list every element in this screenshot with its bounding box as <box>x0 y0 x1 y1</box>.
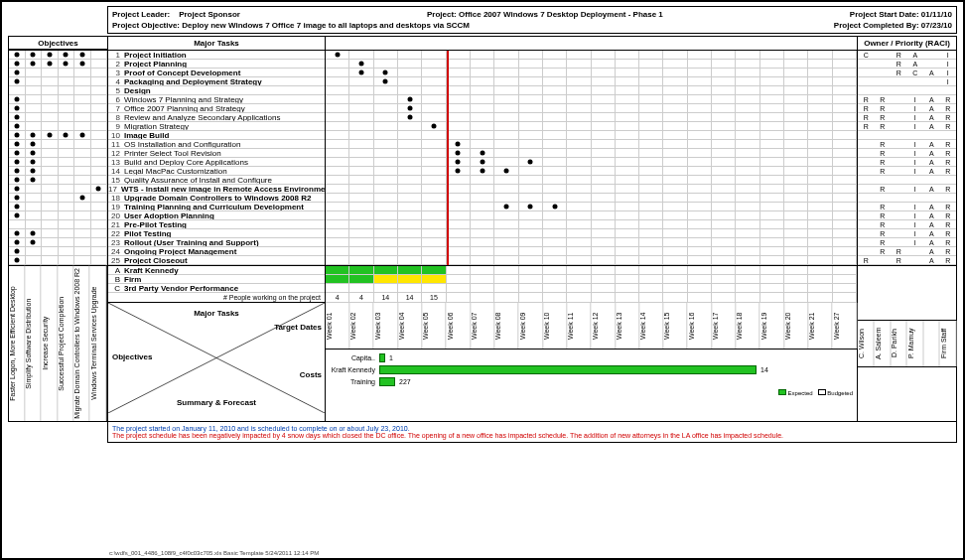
raci-row: RIAR <box>858 158 956 167</box>
raci-row: RRAR <box>858 256 956 265</box>
start-date: 01/11/10 <box>921 10 952 19</box>
project-header: Project Leader: Project Sponsor Project:… <box>107 6 957 34</box>
task-row: 11 OS Installation and Configuration <box>108 140 325 149</box>
week-label: Week 12 <box>592 303 616 349</box>
raci-row: RIAR <box>858 211 956 220</box>
week-label: Week 21 <box>808 303 832 349</box>
vertical-objective: Faster Logon, More Efficient Desktop <box>9 266 25 421</box>
raci-row <box>858 176 956 185</box>
raci-row: RRIAR <box>858 95 956 104</box>
week-label: Week 19 <box>760 303 784 349</box>
week-label: Week 20 <box>784 303 808 349</box>
week-label: Week 01 <box>326 303 349 349</box>
completed-label: Project Completed By: <box>834 21 919 30</box>
firm-row: BFirm <box>108 275 325 284</box>
raci-row: RIAR <box>858 229 956 238</box>
tri-costs: Costs <box>300 370 322 379</box>
task-row: 25Project Closeout <box>108 256 325 265</box>
triangle-box: Major Tasks Objectives Summary & Forecas… <box>108 302 325 413</box>
task-row: 21Pre-Pilot Testing <box>108 220 325 229</box>
owner-name: A. Saleem <box>875 321 892 366</box>
gantt-column <box>326 36 858 266</box>
raci-row <box>858 86 956 95</box>
task-row: 3Proof of Concept Development <box>108 69 325 77</box>
task-row: 1Project Initiation <box>108 51 325 60</box>
bottom-section: Faster Logon, More Efficient DesktopSimp… <box>8 266 957 422</box>
week-label: Week 06 <box>447 303 471 349</box>
objective-label: Project Objective: <box>112 21 180 30</box>
tasks-head: Major Tasks <box>108 37 325 51</box>
raci-row: RRIAR <box>858 122 956 131</box>
cost-row: Capita..1 <box>326 351 857 363</box>
owner-name: C. Wilson <box>858 321 875 366</box>
week-label: Week 04 <box>398 303 422 349</box>
week-label: Week 10 <box>543 303 567 349</box>
task-row: 6 Windows 7 Planning and Strategy <box>108 95 325 104</box>
week-label: Week 15 <box>663 303 687 349</box>
objectives-head: Objectives <box>9 37 107 50</box>
task-row: 2Project Planning <box>108 60 325 69</box>
owner-column: Owner / Priority (RACI) CRAIRAIRCAIIRRIA… <box>858 36 957 266</box>
task-row: 19Training Planning and Curriculum Devel… <box>108 203 325 211</box>
people-label: # People working on the project <box>108 293 325 302</box>
week-label: Week 18 <box>736 303 759 349</box>
tri-major: Major Tasks <box>108 309 325 318</box>
week-label: Week 14 <box>639 303 663 349</box>
owner-name: D. Parikh <box>891 321 907 366</box>
task-row: 10Image Build <box>108 131 325 140</box>
task-row: 24Ongoing Project Management <box>108 247 325 256</box>
right-block: 44141415 Week 01Week 02Week 03Week 04Wee… <box>326 266 858 422</box>
week-label: Week 08 <box>494 303 518 349</box>
footer-text: c:\wdfs_001_4486_108f9_c4f0c03c705.xls B… <box>109 550 319 556</box>
raci-row: RRIAR <box>858 113 956 122</box>
legend: Expected Budgeted <box>326 387 857 398</box>
main-grid: Objectives Major Tasks 1Project Initiati… <box>8 36 957 266</box>
firm-row: AKraft Kennedy <box>108 266 325 275</box>
week-label: Week 11 <box>567 303 591 349</box>
vertical-objective: Increase Security <box>42 266 58 421</box>
summary-line2: The project schedule has been negatively… <box>112 432 952 439</box>
week-label: Week 02 <box>349 303 373 349</box>
task-row: 18Upgrade Domain Controllers to Windows … <box>108 194 325 203</box>
tri-target: Target Dates <box>274 323 322 332</box>
owner-name <box>923 321 940 366</box>
raci-row: RIAR <box>858 167 956 176</box>
raci-row: RRIAR <box>858 104 956 113</box>
task-row: 17WTS - Install new image in Remote Acce… <box>108 185 325 194</box>
task-row: 22Pilot Testing <box>108 229 325 238</box>
week-label: Week 05 <box>422 303 446 349</box>
owner-head: Owner / Priority (RACI) <box>858 37 956 51</box>
raci-row <box>858 131 956 140</box>
raci-row: RCAI <box>858 69 956 77</box>
vertical-objective: Windows Terminal Services Upgrade <box>90 266 106 421</box>
owner-name: Firm Staff <box>940 321 957 366</box>
vertical-objectives: Faster Logon, More Efficient DesktopSimp… <box>8 266 107 422</box>
raci-row: RIAR <box>858 203 956 211</box>
raci-row: RIAR <box>858 238 956 247</box>
raci-row: RIAR <box>858 185 956 194</box>
summary-line1: The project started on January 11, 2010 … <box>112 425 952 432</box>
completed-date: 07/23/10 <box>921 21 952 30</box>
task-row: 5Design <box>108 86 325 95</box>
task-row: 14 Legal MacPac Customization <box>108 167 325 176</box>
task-row: 8 Review and Analyze Secondary Applicati… <box>108 113 325 122</box>
week-label: Week 27 <box>833 303 857 349</box>
vertical-objective: Migrate Domain Controllers to Windows 20… <box>73 266 89 421</box>
raci-row: RIAR <box>858 149 956 158</box>
mid-block: AKraft KennedyBFirmC3rd Party Vendor Per… <box>107 266 326 422</box>
vertical-objective: Simplify Software Distribution <box>25 266 41 421</box>
firm-row: C3rd Party Vendor Performance <box>108 284 325 293</box>
owner-block: C. WilsonA. SaleemD. ParikhP. MamuyFirm … <box>858 266 957 422</box>
project-label: Project: <box>427 10 457 19</box>
start-label: Project Start Date: <box>850 10 919 19</box>
task-row: 12 Printer Select Tool Revision <box>108 149 325 158</box>
week-label: Week 09 <box>519 303 543 349</box>
task-row: 7 Office 2007 Planning and Strategy <box>108 104 325 113</box>
week-label: Week 17 <box>712 303 736 349</box>
objectives-column: Objectives <box>8 36 107 266</box>
task-row: 15 Quality Assurance of Install and Conf… <box>108 176 325 185</box>
raci-row: RIAR <box>858 140 956 149</box>
raci-row: I <box>858 77 956 86</box>
week-label: Week 13 <box>616 303 639 349</box>
tasks-column: Major Tasks 1Project Initiation2Project … <box>107 36 326 266</box>
